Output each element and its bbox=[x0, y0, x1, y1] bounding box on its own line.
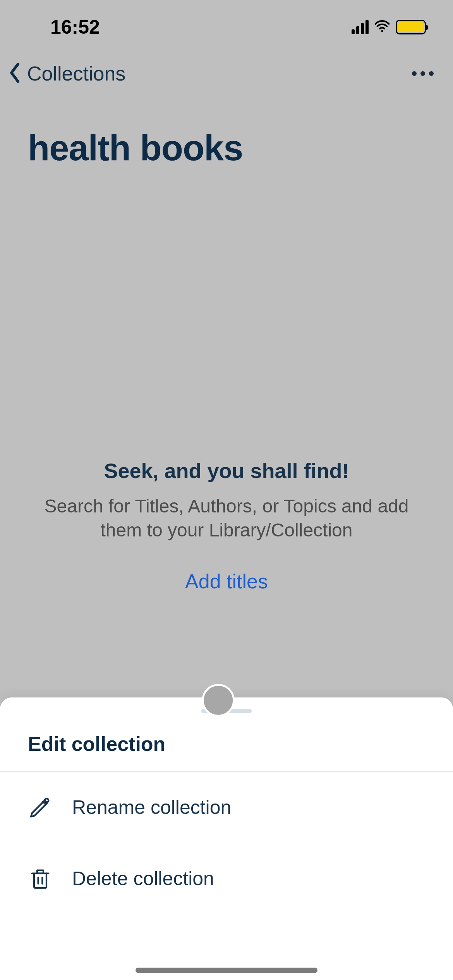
sheet-grabber[interactable] bbox=[0, 697, 453, 721]
nav-header: Collections bbox=[0, 43, 453, 85]
chevron-left-icon bbox=[8, 62, 22, 85]
empty-headline: Seek, and you shall find! bbox=[27, 459, 426, 483]
more-options-button[interactable] bbox=[412, 71, 434, 76]
delete-collection-item[interactable]: Delete collection bbox=[0, 843, 453, 914]
wifi-icon bbox=[374, 18, 390, 36]
status-time: 16:52 bbox=[50, 16, 100, 38]
grabber-knob-icon bbox=[202, 684, 235, 717]
add-titles-link[interactable]: Add titles bbox=[185, 570, 268, 593]
rename-collection-item[interactable]: Rename collection bbox=[0, 772, 453, 843]
sheet-item-label: Rename collection bbox=[72, 796, 231, 819]
dots-icon bbox=[412, 71, 417, 76]
back-button[interactable]: Collections bbox=[8, 62, 125, 85]
home-indicator[interactable] bbox=[136, 968, 317, 973]
back-label: Collections bbox=[27, 62, 125, 85]
status-bar: 16:52 bbox=[0, 0, 453, 43]
svg-point-0 bbox=[381, 30, 383, 32]
sheet-item-label: Delete collection bbox=[72, 867, 214, 890]
cellular-signal-icon bbox=[352, 20, 369, 34]
page-title: health books bbox=[0, 85, 453, 168]
pencil-icon bbox=[28, 795, 53, 820]
battery-icon bbox=[396, 20, 426, 34]
empty-subtext: Search for Titles, Authors, or Topics an… bbox=[27, 494, 426, 543]
bottom-sheet: Edit collection Rename collection Delete… bbox=[0, 697, 453, 980]
trash-icon bbox=[28, 866, 53, 891]
status-indicators bbox=[352, 18, 426, 36]
sheet-title: Edit collection bbox=[0, 721, 453, 771]
empty-state: Seek, and you shall find! Search for Tit… bbox=[0, 459, 453, 593]
